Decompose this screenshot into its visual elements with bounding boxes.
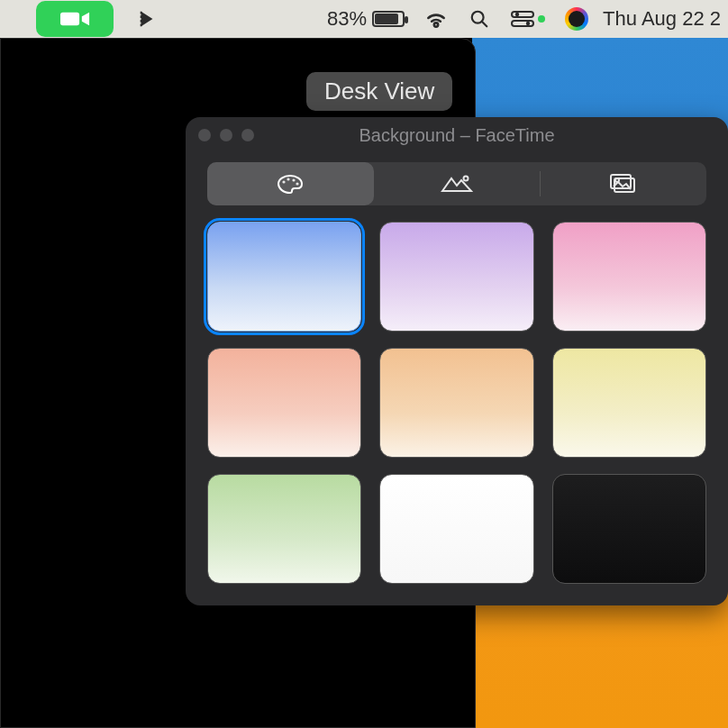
svg-rect-3 xyxy=(512,21,533,26)
swatch-green[interactable] xyxy=(207,474,361,584)
svg-point-8 xyxy=(296,182,299,185)
swatch-pink[interactable] xyxy=(552,222,706,332)
svg-point-9 xyxy=(464,177,469,181)
facetime-active-indicator[interactable] xyxy=(36,1,114,37)
desk-view-button[interactable]: Desk View xyxy=(306,72,452,111)
video-camera-icon xyxy=(60,9,90,29)
wifi-icon xyxy=(424,10,448,28)
hazeover-menu-icon[interactable] xyxy=(137,9,157,29)
menubar: 83% Thu Aug 22 2 xyxy=(0,0,728,38)
privacy-indicator-dot xyxy=(538,15,545,23)
svg-point-4 xyxy=(526,22,530,25)
minimize-icon[interactable] xyxy=(220,129,232,141)
close-icon[interactable] xyxy=(198,129,211,141)
svg-rect-1 xyxy=(512,12,533,17)
swatch-coral[interactable] xyxy=(207,348,361,458)
tab-photos[interactable] xyxy=(540,162,706,205)
spotlight-menu[interactable] xyxy=(469,9,489,29)
background-swatch-grid xyxy=(207,222,706,584)
background-panel: Background – FaceTime xyxy=(186,117,728,605)
svg-point-2 xyxy=(515,13,519,16)
svg-point-5 xyxy=(283,180,286,183)
menubar-clock[interactable]: Thu Aug 22 2 xyxy=(603,7,721,31)
swatch-purple[interactable] xyxy=(379,222,533,332)
svg-point-7 xyxy=(293,178,296,181)
svg-point-6 xyxy=(287,177,290,180)
search-icon xyxy=(469,9,489,29)
control-center-icon xyxy=(511,11,534,27)
background-type-tabs xyxy=(207,162,706,205)
swatch-orange[interactable] xyxy=(379,348,533,458)
battery-status[interactable]: 83% xyxy=(327,7,405,31)
photos-icon xyxy=(608,173,639,195)
mountains-icon xyxy=(441,173,473,195)
zoom-icon[interactable] xyxy=(241,129,254,141)
battery-percent-label: 83% xyxy=(327,7,367,31)
panel-title: Background – FaceTime xyxy=(359,125,554,146)
tab-landscapes[interactable] xyxy=(374,162,541,205)
wifi-menu[interactable] xyxy=(424,10,448,28)
window-controls[interactable] xyxy=(198,129,254,141)
palette-icon xyxy=(276,173,305,195)
swatch-white[interactable] xyxy=(379,474,533,584)
battery-icon xyxy=(372,11,405,27)
swatch-yellow[interactable] xyxy=(552,348,706,458)
siri-menu[interactable] xyxy=(565,7,588,31)
app-menu-icon xyxy=(137,9,157,29)
swatch-black[interactable] xyxy=(552,474,706,584)
control-center-menu[interactable] xyxy=(511,11,545,27)
panel-titlebar[interactable]: Background – FaceTime xyxy=(186,117,728,153)
swatch-blue[interactable] xyxy=(207,222,361,332)
tab-colors[interactable] xyxy=(207,162,374,205)
